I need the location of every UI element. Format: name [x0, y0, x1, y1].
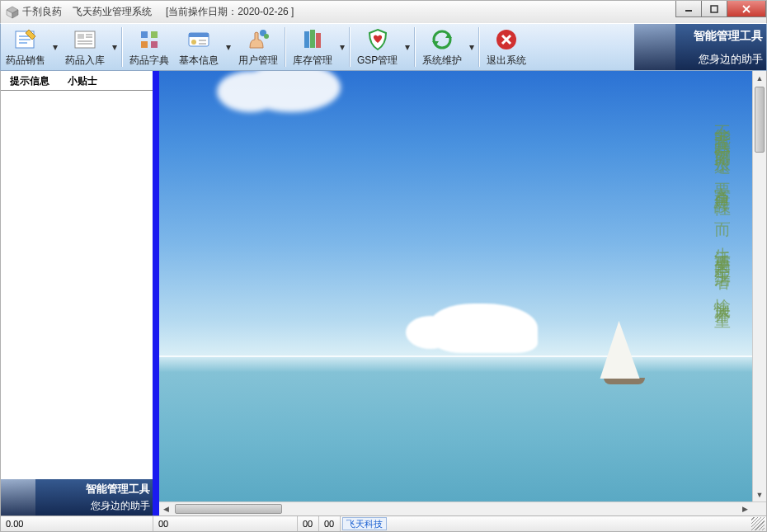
toolbar-label: 药品销售	[6, 54, 45, 68]
status-cell-3: 00	[298, 516, 319, 531]
svg-point-28	[264, 34, 269, 39]
refresh-icon	[429, 26, 455, 53]
svg-rect-4	[711, 6, 718, 12]
toolbar-label: 药品入库	[65, 54, 105, 68]
dropdown-arrow-icon[interactable]: ▾	[467, 41, 477, 53]
toolbar-edit-note-button[interactable]: 药品销售	[1, 24, 50, 70]
svg-rect-20	[141, 41, 148, 48]
dropdown-arrow-icon[interactable]: ▾	[110, 41, 120, 53]
scroll-up-arrow-icon[interactable]: ▲	[753, 71, 766, 85]
date-label: [当前操作日期：2020-02-26 ]	[166, 6, 294, 17]
toolbar-label: 退出系统	[487, 54, 526, 68]
wallpaper-canvas: 不能希冀一時便刻而永遠 要富有建設性，而 生活重要的是生活者 愉快并不重	[159, 71, 752, 501]
shield-heart-icon	[365, 26, 391, 53]
scroll-right-arrow-icon[interactable]: ▶	[738, 502, 752, 516]
scroll-corner	[752, 502, 766, 516]
toolbar: 药品销售▾药品入库▾药品字典基本信息▾用户管理库存管理▾GSP管理▾系统维护▾退…	[0, 23, 767, 71]
scroll-thumb[interactable]	[175, 504, 282, 514]
sailboat-icon	[602, 321, 645, 384]
toolbar-label: 基本信息	[179, 54, 219, 68]
brand-line1: 智能管理工具	[694, 29, 763, 44]
edit-note-icon	[12, 26, 39, 53]
system-name: 飞天药业管理系统	[73, 6, 152, 17]
newspaper-icon	[72, 26, 98, 53]
scroll-left-arrow-icon[interactable]: ◀	[159, 502, 173, 516]
scroll-track[interactable]	[753, 85, 766, 487]
svg-rect-29	[304, 31, 309, 48]
dropdown-arrow-icon[interactable]: ▾	[337, 41, 347, 53]
scroll-down-arrow-icon[interactable]: ▼	[753, 487, 766, 501]
horizontal-scrollbar[interactable]: ◀ ▶	[159, 501, 766, 516]
left-content	[1, 91, 153, 479]
toolbar-label: GSP管理	[357, 54, 398, 68]
toolbar-refresh-button[interactable]: 系统维护	[417, 24, 467, 70]
card-icon	[186, 26, 212, 53]
toolbar-separator	[414, 27, 416, 67]
app-name: 千剂良药	[22, 6, 62, 17]
scroll-thumb[interactable]	[755, 87, 765, 153]
cloud-icon	[431, 304, 538, 353]
close-button[interactable]	[727, 1, 766, 17]
toolbar-card-button[interactable]: 基本信息	[174, 24, 224, 70]
maximize-button[interactable]	[701, 1, 727, 17]
dropdown-arrow-icon[interactable]: ▾	[50, 41, 60, 53]
svg-point-32	[434, 31, 450, 48]
close-round-icon	[493, 26, 520, 53]
window-controls	[676, 1, 766, 17]
toolbar-separator	[349, 27, 351, 67]
toolbar-newspaper-button[interactable]: 药品入库	[60, 24, 110, 70]
main-panel: 不能希冀一時便刻而永遠 要富有建設性，而 生活重要的是生活者 愉快并不重 ▲ ▼…	[159, 71, 766, 516]
tab-小贴士[interactable]: 小贴士	[59, 71, 106, 90]
vertical-scrollbar[interactable]: ▲ ▼	[752, 71, 766, 501]
toolbar-label: 库存管理	[293, 54, 332, 68]
toolbar-label: 用户管理	[238, 54, 278, 68]
toolbar-hand-people-button[interactable]: 用户管理	[233, 24, 283, 70]
dropdown-arrow-icon[interactable]: ▾	[224, 41, 233, 53]
tab-提示信息[interactable]: 提示信息	[1, 71, 59, 90]
hand-people-icon	[245, 26, 271, 53]
books-icon	[299, 26, 326, 53]
app-icon	[6, 6, 19, 19]
svg-line-6	[743, 6, 750, 12]
svg-rect-23	[189, 33, 209, 37]
svg-rect-13	[78, 34, 84, 39]
titlebar: 千剂良药 飞天药业管理系统 [当前操作日期：2020-02-26 ]	[0, 0, 767, 23]
status-cell-4: 00	[319, 516, 341, 531]
left-brand-line2: 您身边的助手	[91, 499, 150, 513]
minimize-button[interactable]	[675, 1, 702, 17]
status-cell-1: 0.00	[1, 516, 153, 531]
toolbar-separator	[285, 27, 286, 67]
toolbar-label: 药品字典	[129, 54, 169, 68]
left-panel: 提示信息小贴士 智能管理工具 您身边的助手	[1, 71, 159, 516]
toolbar-tiles-button[interactable]: 药品字典	[125, 24, 174, 70]
resize-grip-icon[interactable]	[751, 517, 765, 530]
brand-badge: 智能管理工具 您身边的助手	[634, 24, 766, 70]
left-brand-badge: 智能管理工具 您身边的助手	[1, 479, 153, 516]
svg-rect-19	[151, 31, 158, 38]
svg-rect-30	[310, 30, 315, 48]
toolbar-separator	[121, 27, 123, 67]
company-link[interactable]: 飞天科技	[342, 517, 387, 530]
svg-point-24	[191, 40, 196, 45]
svg-rect-31	[316, 33, 321, 48]
title-text: 千剂良药 飞天药业管理系统 [当前操作日期：2020-02-26 ]	[22, 5, 294, 19]
svg-line-5	[743, 6, 750, 12]
toolbar-separator	[478, 27, 480, 67]
svg-rect-21	[151, 41, 158, 48]
statusbar: 0.00 00 00 00 飞天科技	[0, 516, 767, 532]
brand-line2: 您身边的助手	[699, 52, 763, 67]
toolbar-books-button[interactable]: 库存管理	[288, 24, 337, 70]
scroll-track[interactable]	[173, 502, 738, 516]
toolbar-close-round-button[interactable]: 退出系统	[482, 24, 531, 70]
svg-rect-18	[141, 31, 148, 38]
toolbar-shield-heart-button[interactable]: GSP管理	[352, 24, 402, 70]
poem-text: 不能希冀一時便刻而永遠 要富有建設性，而 生活重要的是生活者 愉快并不重	[709, 112, 736, 360]
status-cell-2: 00	[153, 516, 298, 531]
dropdown-arrow-icon[interactable]: ▾	[402, 41, 412, 53]
toolbar-label: 系统维护	[422, 54, 462, 68]
left-tabs: 提示信息小贴士	[1, 71, 153, 91]
tiles-icon	[136, 26, 162, 53]
left-brand-line1: 智能管理工具	[86, 482, 150, 497]
